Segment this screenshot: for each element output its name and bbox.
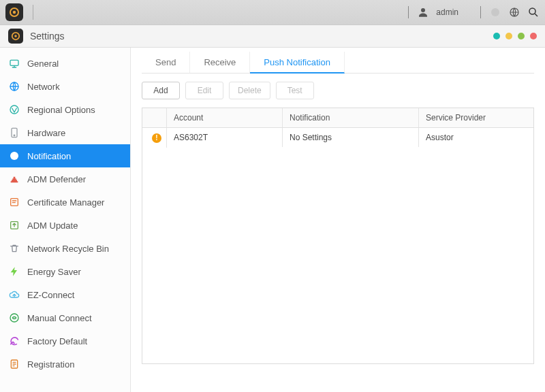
sidebar-item-factory-default[interactable]: Factory Default [0,329,130,353]
sidebar-item-label: Notification [27,151,71,161]
test-button[interactable]: Test [276,82,314,99]
sidebar-item-network[interactable]: Network [0,75,130,98]
add-button[interactable]: Add [142,82,180,99]
tabs-bar: SendReceivePush Notification [142,52,534,74]
sidebar-item-label: Regional Options [27,105,95,115]
topbar-divider [33,5,33,20]
cloud-icon [8,289,20,301]
table-body: !AS6302TNo SettingsAsustor [142,128,533,363]
sidebar-item-registration[interactable]: Registration [0,353,130,376]
sidebar-item-hardware[interactable]: Hardware [0,121,130,144]
sidebar-item-label: Energy Saver [27,267,81,277]
row-status-indicator: ! [142,128,167,148]
svg-point-16 [10,314,18,322]
sidebar-item-adm-defender[interactable]: ADM Defender [0,167,130,191]
sidebar-item-label: Network Recycle Bin [27,244,109,254]
svg-point-2 [421,8,425,12]
svg-point-3 [491,8,499,16]
tab-send[interactable]: Send [142,52,190,73]
warning-icon: ! [152,133,161,143]
sidebar-item-notification[interactable]: Notification [0,144,130,167]
delete-button[interactable]: Delete [229,82,270,99]
manual-icon [8,312,20,324]
sidebar-item-label: Registration [27,359,74,370]
user-icon[interactable] [417,6,429,18]
cert-icon [8,196,20,208]
window-title: Settings [30,31,65,42]
badge-icon[interactable] [489,6,501,18]
toolbar: Add Edit Delete Test [142,82,534,99]
reset-icon [8,335,20,347]
sidebar-item-label: General [27,59,59,69]
sidebar-item-network-recycle-bin[interactable]: Network Recycle Bin [0,237,130,260]
username-label[interactable]: admin [436,7,458,17]
col-account[interactable]: Account [167,108,283,127]
svg-rect-8 [10,60,18,65]
svg-point-7 [14,35,17,37]
svg-point-12 [14,135,15,136]
svg-point-5 [529,8,535,14]
window-control-2[interactable] [505,33,512,39]
window-control-close[interactable] [530,33,537,39]
table-header: Account Notification Service Provider [142,108,533,128]
sidebar-item-manual-connect[interactable]: Manual Connect [0,306,130,329]
topbar-app-icon[interactable] [5,3,23,21]
cell-account: AS6302T [167,128,283,147]
sidebar-item-general[interactable]: General [0,52,130,75]
shield-icon [8,173,20,185]
hardware-icon [8,127,20,139]
topbar-separator-2 [480,6,481,18]
window-titlebar: Settings [0,24,545,48]
sidebar-item-label: Factory Default [27,336,87,346]
regional-icon [8,103,20,116]
search-icon[interactable] [527,6,540,18]
sidebar-item-label: ADM Update [27,220,78,231]
window-control-1[interactable] [493,33,500,39]
notification-table: Account Notification Service Provider !A… [142,108,534,364]
update-icon [8,219,20,231]
window-control-3[interactable] [518,33,525,39]
energy-icon [8,265,20,278]
tab-push-notification[interactable]: Push Notification [250,52,345,74]
table-row[interactable]: !AS6302TNo SettingsAsustor [142,128,533,148]
topbar-separator [408,6,409,18]
window-body: GeneralNetworkRegional OptionsHardwareNo… [0,48,545,392]
desktop-topbar: admin [0,0,545,24]
sidebar-item-label: ADM Defender [27,174,86,184]
globe-icon [8,80,20,93]
sidebar-item-energy-saver[interactable]: Energy Saver [0,260,130,283]
sidebar-item-label: Certificate Manager [27,197,104,208]
settings-app-icon [8,29,23,44]
reg-icon [8,358,20,370]
sidebar-item-label: EZ-Connect [27,290,74,300]
sidebar-item-label: Hardware [27,128,65,138]
sidebar-item-ez-connect[interactable]: EZ-Connect [0,283,130,306]
world-icon[interactable] [508,6,520,18]
sidebar-item-adm-update[interactable]: ADM Update [0,214,130,237]
bell-icon [8,150,20,162]
sidebar-item-label: Manual Connect [27,313,92,323]
content-area: SendReceivePush Notification Add Edit De… [131,48,545,392]
trash-icon [8,242,20,255]
svg-point-1 [13,11,16,14]
col-notification[interactable]: Notification [283,108,419,127]
sidebar-item-label: Network [27,82,60,92]
edit-button[interactable]: Edit [185,82,223,99]
general-icon [8,57,20,69]
window-controls [493,33,537,39]
sidebar-item-certificate-manager[interactable]: Certificate Manager [0,191,130,214]
col-indicator [142,108,167,127]
col-provider[interactable]: Service Provider [419,108,533,127]
tab-receive[interactable]: Receive [190,52,250,73]
cell-notification: No Settings [283,128,419,147]
settings-sidebar: GeneralNetworkRegional OptionsHardwareNo… [0,48,131,392]
cell-provider: Asustor [419,128,533,147]
sidebar-item-regional-options[interactable]: Regional Options [0,98,130,121]
